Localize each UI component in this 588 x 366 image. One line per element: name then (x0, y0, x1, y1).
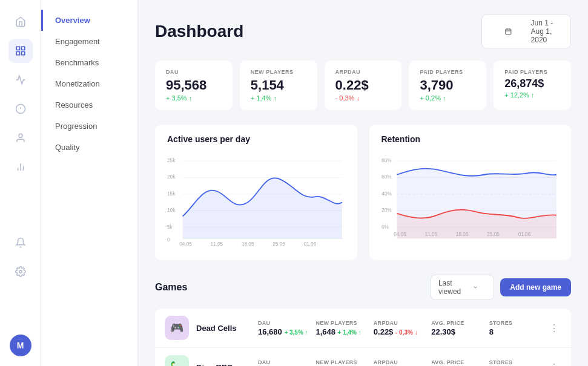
game-stat-stores-1: STORES 0 (489, 359, 540, 367)
svg-text:18.05: 18.05 (455, 232, 468, 237)
games-title: Games (155, 282, 187, 293)
svg-text:25k: 25k (167, 158, 176, 163)
svg-text:20k: 20k (167, 174, 176, 180)
add-new-game-button[interactable]: Add new game (500, 278, 571, 296)
date-range-picker[interactable]: Jun 1 - Aug 1, 2020 (481, 15, 571, 48)
retention-chart: Retention 80% 60% 40% 20% 0% (369, 125, 572, 260)
nav-item-engagement[interactable]: Engagement (41, 31, 137, 52)
sidebar: M (0, 0, 41, 366)
sidebar-messages-icon[interactable] (8, 97, 33, 121)
charts-row: Active users per day 25k 20k 15k 10k 5k … (155, 125, 571, 260)
more-menu-dead-cells[interactable]: ⋮ (547, 320, 561, 336)
game-stat-dau-1: DAU 1,670 + 3,5% ↑ (258, 359, 308, 367)
stat-pp2-change: + 12,2% ↑ (504, 91, 560, 99)
game-stat-arpdau-0: ARPDAU 0.22$ - 0,3% ↓ (374, 320, 424, 336)
svg-text:10k: 10k (167, 208, 176, 213)
svg-rect-12 (506, 29, 511, 34)
svg-text:11.05: 11.05 (211, 241, 223, 247)
sidebar-bell-icon[interactable] (8, 230, 33, 255)
svg-text:60%: 60% (382, 174, 392, 180)
game-stat-arpdau-1: ARPDAU 0 (374, 359, 424, 367)
svg-rect-0 (16, 47, 19, 50)
nav-item-monetization[interactable]: Monetization (41, 73, 137, 94)
game-name-dead-cells: Dead Cells (196, 324, 251, 333)
svg-point-11 (19, 270, 22, 273)
stat-arpdau: ARPDAU 0.22$ - 0,3% ↓ (325, 60, 402, 110)
stat-dau-label: DAU (166, 69, 222, 75)
game-stat-np-0: NEW PLAYERS 1,648 + 1,4% ↑ (315, 320, 366, 336)
more-menu-dino-rpg[interactable]: ⋮ (547, 359, 561, 367)
svg-rect-2 (16, 52, 19, 55)
svg-text:20%: 20% (382, 208, 392, 213)
svg-rect-1 (21, 47, 24, 50)
page-header: Dashboard Jun 1 - Aug 1, 2020 (155, 15, 571, 48)
retention-title: Retention (382, 134, 560, 144)
stat-dau-value: 95,568 (166, 77, 222, 93)
table-row: 🦕 Dino RPG DAU 1,670 + 3,5% ↑ NEW PLAYER… (155, 348, 571, 366)
svg-text:11.05: 11.05 (424, 232, 437, 237)
svg-text:04.05: 04.05 (394, 232, 406, 237)
game-stat-price-0: AVG. PRICE 22.30$ (431, 320, 481, 336)
game-stat-np-1: NEW PLAYERS 130 + 1,4% ↑ (315, 359, 366, 367)
nav-item-benchmarks[interactable]: Benchmarks (41, 52, 137, 73)
table-row: 🎮 Dead Cells DAU 16,680 + 3,5% ↑ NEW PLA… (155, 309, 571, 348)
stat-new-players: NEW PLAYERS 5,154 + 1,4% ↑ (240, 60, 317, 110)
game-stat-dau-0: DAU 16,680 + 3,5% ↑ (258, 320, 308, 336)
svg-text:0%: 0% (382, 224, 389, 230)
nav-item-quality[interactable]: Quality (41, 137, 137, 158)
nav-item-progression[interactable]: Progression (41, 116, 137, 137)
games-controls: Last viewed Add new game (431, 275, 571, 300)
user-avatar[interactable]: M (10, 335, 31, 356)
svg-text:80%: 80% (382, 158, 392, 163)
svg-point-7 (19, 134, 22, 137)
svg-rect-3 (21, 52, 24, 55)
stat-np-value: 5,154 (251, 77, 306, 93)
stat-arpdau-value: 0.22$ (335, 77, 391, 93)
active-users-chart: Active users per day 25k 20k 15k 10k 5k … (155, 125, 357, 260)
calendar-icon (489, 28, 527, 35)
svg-text:0: 0 (167, 237, 170, 243)
games-header: Games Last viewed Add new game (155, 275, 571, 300)
chevron-down-icon (464, 284, 486, 290)
game-icon-dead-cells: 🎮 (165, 316, 189, 340)
page-title: Dashboard (155, 22, 243, 41)
stat-paid-players: PAID PLAYERS 3,790 + 0,2% ↑ (409, 60, 486, 110)
stat-np-label: NEW PLAYERS (251, 69, 306, 75)
stat-arpdau-label: ARPDAU (335, 69, 391, 75)
sidebar-home-icon[interactable] (8, 10, 33, 34)
side-nav: Overview Engagement Benchmarks Monetizat… (41, 0, 138, 366)
stat-pp-value: 3,790 (420, 77, 475, 93)
game-stat-price-1: AVG. PRICE Free (431, 359, 481, 367)
stat-pp2-value: 26,874$ (504, 77, 560, 90)
last-viewed-dropdown[interactable]: Last viewed (431, 275, 494, 300)
stat-np-change: + 1,4% ↑ (251, 94, 306, 102)
nav-item-overview[interactable]: Overview (41, 10, 137, 31)
stat-pp-label: PAID PLAYERS (420, 69, 475, 75)
games-section: Games Last viewed Add new game 🎮 Dead Ce… (155, 275, 571, 366)
stat-pp-change: + 0,2% ↑ (420, 94, 475, 102)
stat-pp2-label: PAID PLAYERS (504, 69, 560, 75)
stat-dau: DAU 95,568 + 3,5% ↑ (155, 60, 233, 110)
svg-text:04.05: 04.05 (179, 241, 192, 247)
stat-paid-players-2: PAID PLAYERS 26,874$ + 12,2% ↑ (494, 60, 571, 110)
active-users-title: Active users per day (167, 134, 345, 144)
sidebar-dashboard-icon[interactable] (8, 39, 33, 63)
sidebar-users-icon[interactable] (8, 126, 33, 150)
retention-svg: 80% 60% 40% 20% 0% 04.05 11.05 (382, 151, 560, 248)
sidebar-charts-icon[interactable] (8, 155, 33, 179)
date-range-label: Jun 1 - Aug 1, 2020 (531, 19, 563, 44)
svg-text:25.05: 25.05 (487, 232, 500, 237)
game-name-dino-rpg: Dino RPG (196, 363, 251, 367)
active-users-svg: 25k 20k 15k 10k 5k 0 04.05 11.05 (167, 151, 345, 248)
svg-text:01.06: 01.06 (518, 232, 530, 237)
svg-text:5k: 5k (167, 224, 173, 230)
sidebar-settings-icon[interactable] (8, 260, 33, 284)
nav-item-resources[interactable]: Resources (41, 94, 137, 116)
sidebar-analytics-icon[interactable] (8, 68, 33, 92)
svg-text:01.06: 01.06 (304, 241, 317, 247)
stat-arpdau-change: - 0,3% ↓ (335, 94, 391, 102)
svg-text:18.05: 18.05 (242, 241, 254, 247)
stats-row: DAU 95,568 + 3,5% ↑ NEW PLAYERS 5,154 + … (155, 60, 571, 110)
dropdown-label: Last viewed (438, 279, 461, 296)
svg-text:15k: 15k (167, 191, 176, 197)
